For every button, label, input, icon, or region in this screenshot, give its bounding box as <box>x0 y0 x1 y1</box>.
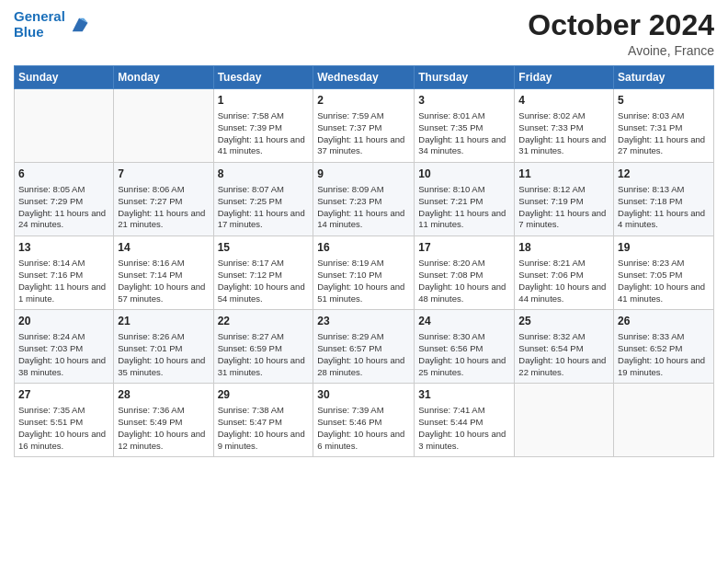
col-header-sunday: Sunday <box>15 66 114 89</box>
day-info: Sunrise: 7:39 AM Sunset: 5:46 PM Dayligh… <box>317 405 410 452</box>
day-info: Sunrise: 7:36 AM Sunset: 5:49 PM Dayligh… <box>118 405 209 452</box>
calendar-cell: 22Sunrise: 8:27 AM Sunset: 6:59 PM Dayli… <box>213 310 313 384</box>
day-number: 6 <box>18 167 109 182</box>
month-title: October 2024 <box>528 9 714 41</box>
calendar-cell: 1Sunrise: 7:58 AM Sunset: 7:39 PM Daylig… <box>213 89 313 163</box>
week-row-4: 20Sunrise: 8:24 AM Sunset: 7:03 PM Dayli… <box>15 310 714 384</box>
calendar-cell: 3Sunrise: 8:01 AM Sunset: 7:35 PM Daylig… <box>415 89 515 163</box>
day-info: Sunrise: 7:38 AM Sunset: 5:47 PM Dayligh… <box>218 405 310 452</box>
col-header-friday: Friday <box>515 66 614 89</box>
day-info: Sunrise: 8:14 AM Sunset: 7:16 PM Dayligh… <box>18 258 109 304</box>
week-row-5: 27Sunrise: 7:35 AM Sunset: 5:51 PM Dayli… <box>15 384 714 457</box>
calendar-cell: 8Sunrise: 8:07 AM Sunset: 7:25 PM Daylig… <box>213 163 313 236</box>
day-number: 5 <box>618 93 710 109</box>
logo-icon <box>69 15 89 35</box>
calendar-cell: 16Sunrise: 8:19 AM Sunset: 7:10 PM Dayli… <box>313 236 415 310</box>
day-info: Sunrise: 8:13 AM Sunset: 7:18 PM Dayligh… <box>618 184 710 231</box>
calendar-cell: 5Sunrise: 8:03 AM Sunset: 7:31 PM Daylig… <box>614 89 714 163</box>
day-number: 19 <box>618 240 710 256</box>
col-header-wednesday: Wednesday <box>313 66 415 89</box>
day-number: 30 <box>317 387 410 403</box>
calendar-cell: 6Sunrise: 8:05 AM Sunset: 7:29 PM Daylig… <box>15 163 114 236</box>
day-number: 18 <box>518 240 609 256</box>
calendar-cell: 14Sunrise: 8:16 AM Sunset: 7:14 PM Dayli… <box>114 236 213 310</box>
day-info: Sunrise: 8:06 AM Sunset: 7:27 PM Dayligh… <box>118 184 209 231</box>
calendar-cell: 23Sunrise: 8:29 AM Sunset: 6:57 PM Dayli… <box>313 310 415 384</box>
day-number: 12 <box>618 167 710 182</box>
calendar-cell: 31Sunrise: 7:41 AM Sunset: 5:44 PM Dayli… <box>415 384 515 457</box>
day-info: Sunrise: 8:05 AM Sunset: 7:29 PM Dayligh… <box>18 184 109 231</box>
day-info: Sunrise: 8:07 AM Sunset: 7:25 PM Dayligh… <box>218 184 310 231</box>
day-number: 1 <box>218 93 310 109</box>
day-number: 21 <box>118 314 209 329</box>
day-info: Sunrise: 8:10 AM Sunset: 7:21 PM Dayligh… <box>418 184 510 231</box>
calendar-cell: 29Sunrise: 7:38 AM Sunset: 5:47 PM Dayli… <box>213 384 313 457</box>
day-info: Sunrise: 8:30 AM Sunset: 6:56 PM Dayligh… <box>418 331 510 378</box>
day-number: 17 <box>418 240 510 256</box>
day-info: Sunrise: 7:41 AM Sunset: 5:44 PM Dayligh… <box>418 405 510 452</box>
day-info: Sunrise: 8:32 AM Sunset: 6:54 PM Dayligh… <box>518 331 609 378</box>
day-info: Sunrise: 7:35 AM Sunset: 5:51 PM Dayligh… <box>18 405 109 452</box>
day-info: Sunrise: 8:24 AM Sunset: 7:03 PM Dayligh… <box>18 331 109 378</box>
week-row-2: 6Sunrise: 8:05 AM Sunset: 7:29 PM Daylig… <box>15 163 714 236</box>
calendar-cell <box>515 384 614 457</box>
day-number: 15 <box>218 240 310 256</box>
day-number: 2 <box>317 93 410 109</box>
header: General Blue October 2024 Avoine, France <box>14 9 714 58</box>
calendar-cell: 11Sunrise: 8:12 AM Sunset: 7:19 PM Dayli… <box>515 163 614 236</box>
calendar-cell: 4Sunrise: 8:02 AM Sunset: 7:33 PM Daylig… <box>515 89 614 163</box>
day-info: Sunrise: 8:01 AM Sunset: 7:35 PM Dayligh… <box>418 110 510 157</box>
calendar-cell: 17Sunrise: 8:20 AM Sunset: 7:08 PM Dayli… <box>415 236 515 310</box>
calendar-cell: 10Sunrise: 8:10 AM Sunset: 7:21 PM Dayli… <box>415 163 515 236</box>
calendar-cell: 21Sunrise: 8:26 AM Sunset: 7:01 PM Dayli… <box>114 310 213 384</box>
day-number: 31 <box>418 387 510 403</box>
logo: General Blue <box>14 9 89 40</box>
col-header-tuesday: Tuesday <box>213 66 313 89</box>
day-info: Sunrise: 8:26 AM Sunset: 7:01 PM Dayligh… <box>118 331 209 378</box>
calendar-cell: 26Sunrise: 8:33 AM Sunset: 6:52 PM Dayli… <box>614 310 714 384</box>
logo-text: General Blue <box>14 9 65 40</box>
page: General Blue October 2024 Avoine, France… <box>0 0 728 563</box>
col-header-saturday: Saturday <box>614 66 714 89</box>
calendar-cell <box>114 89 213 163</box>
day-info: Sunrise: 8:03 AM Sunset: 7:31 PM Dayligh… <box>618 110 710 157</box>
day-info: Sunrise: 8:12 AM Sunset: 7:19 PM Dayligh… <box>518 184 609 231</box>
calendar-cell <box>614 384 714 457</box>
day-info: Sunrise: 8:21 AM Sunset: 7:06 PM Dayligh… <box>518 258 609 304</box>
day-number: 10 <box>418 167 510 182</box>
day-info: Sunrise: 7:58 AM Sunset: 7:39 PM Dayligh… <box>218 110 310 157</box>
day-number: 16 <box>317 240 410 256</box>
calendar-cell: 13Sunrise: 8:14 AM Sunset: 7:16 PM Dayli… <box>15 236 114 310</box>
day-number: 3 <box>418 93 510 109</box>
day-number: 26 <box>618 314 710 329</box>
calendar-cell: 24Sunrise: 8:30 AM Sunset: 6:56 PM Dayli… <box>415 310 515 384</box>
calendar-header-row: SundayMondayTuesdayWednesdayThursdayFrid… <box>15 66 714 89</box>
calendar-cell: 30Sunrise: 7:39 AM Sunset: 5:46 PM Dayli… <box>313 384 415 457</box>
title-block: October 2024 Avoine, France <box>528 9 714 58</box>
week-row-3: 13Sunrise: 8:14 AM Sunset: 7:16 PM Dayli… <box>15 236 714 310</box>
calendar-cell: 25Sunrise: 8:32 AM Sunset: 6:54 PM Dayli… <box>515 310 614 384</box>
calendar-cell: 18Sunrise: 8:21 AM Sunset: 7:06 PM Dayli… <box>515 236 614 310</box>
calendar-cell: 7Sunrise: 8:06 AM Sunset: 7:27 PM Daylig… <box>114 163 213 236</box>
calendar-cell: 15Sunrise: 8:17 AM Sunset: 7:12 PM Dayli… <box>213 236 313 310</box>
day-number: 28 <box>118 387 209 403</box>
calendar-cell: 12Sunrise: 8:13 AM Sunset: 7:18 PM Dayli… <box>614 163 714 236</box>
day-number: 4 <box>518 93 609 109</box>
day-info: Sunrise: 7:59 AM Sunset: 7:37 PM Dayligh… <box>317 110 410 157</box>
day-number: 14 <box>118 240 209 256</box>
day-info: Sunrise: 8:16 AM Sunset: 7:14 PM Dayligh… <box>118 258 209 304</box>
day-number: 11 <box>518 167 609 182</box>
calendar-table: SundayMondayTuesdayWednesdayThursdayFrid… <box>14 65 714 457</box>
day-number: 22 <box>218 314 310 329</box>
calendar-cell: 19Sunrise: 8:23 AM Sunset: 7:05 PM Dayli… <box>614 236 714 310</box>
day-number: 23 <box>317 314 410 329</box>
day-info: Sunrise: 8:09 AM Sunset: 7:23 PM Dayligh… <box>317 184 410 231</box>
day-info: Sunrise: 8:17 AM Sunset: 7:12 PM Dayligh… <box>218 258 310 304</box>
day-info: Sunrise: 8:02 AM Sunset: 7:33 PM Dayligh… <box>518 110 609 157</box>
day-number: 25 <box>518 314 609 329</box>
calendar-cell: 9Sunrise: 8:09 AM Sunset: 7:23 PM Daylig… <box>313 163 415 236</box>
col-header-thursday: Thursday <box>415 66 515 89</box>
calendar-cell: 27Sunrise: 7:35 AM Sunset: 5:51 PM Dayli… <box>15 384 114 457</box>
calendar-cell: 20Sunrise: 8:24 AM Sunset: 7:03 PM Dayli… <box>15 310 114 384</box>
day-info: Sunrise: 8:23 AM Sunset: 7:05 PM Dayligh… <box>618 258 710 304</box>
